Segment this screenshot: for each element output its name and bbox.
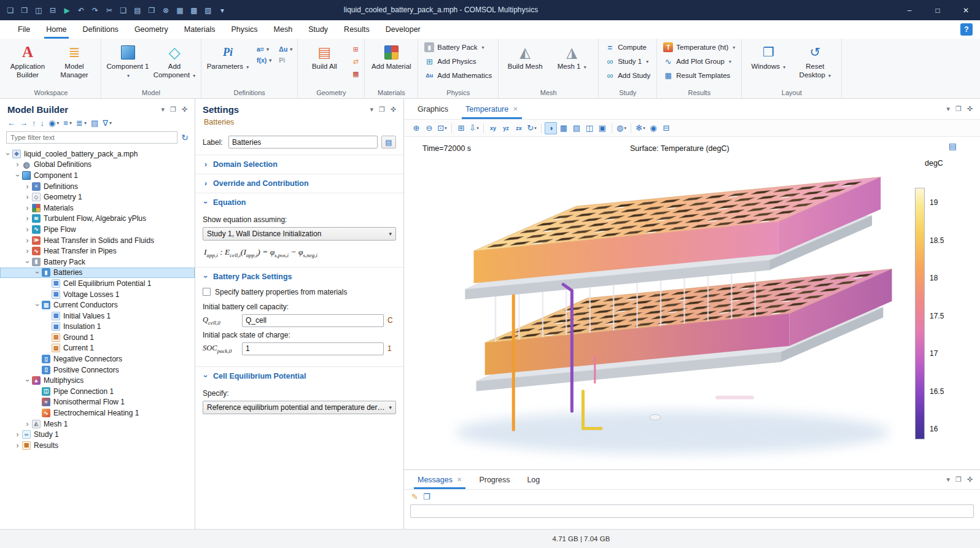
compact-history-icon[interactable]: ⊟ xyxy=(46,2,60,18)
rename-icon[interactable]: ▤ xyxy=(381,136,396,149)
section-domain-selection[interactable]: › Domain Selection xyxy=(195,155,403,174)
undo-icon[interactable]: ↶ xyxy=(74,2,88,18)
rotate-view-icon[interactable]: ↻▾ xyxy=(526,122,538,134)
component-1-button[interactable]: Component 1 ▾ xyxy=(105,41,150,80)
node-text-icon[interactable]: ≡▾ xyxy=(62,118,73,128)
copy-text-icon[interactable]: ❐ xyxy=(423,492,430,501)
snapshot-icon[interactable]: ◉ xyxy=(647,122,659,134)
tree-item-cell-equilibrium-potential-1[interactable]: ▤Cell Equilibrium Potential 1 xyxy=(0,278,195,289)
label-input[interactable] xyxy=(228,136,378,149)
application-builder-button[interactable]: A Application Builder xyxy=(5,41,50,80)
menu-materials[interactable]: Materials xyxy=(176,20,224,39)
import-icon[interactable]: ⇄ xyxy=(351,56,360,66)
add-component-button[interactable]: ◇ Add Component ▾ xyxy=(152,41,197,80)
panel-float-icon[interactable]: ❐ xyxy=(955,105,962,113)
show-grid-icon[interactable]: ▤ xyxy=(570,122,583,134)
tree-item-materials[interactable]: ›Materials xyxy=(0,203,195,214)
tree-item-heat-transfer-in-pipes[interactable]: ›∿Heat Transfer in Pipes xyxy=(0,245,195,257)
tree-item-initial-values-1[interactable]: ▤Initial Values 1 xyxy=(0,311,195,322)
build-all-button[interactable]: ▤ Build All xyxy=(301,41,347,71)
save-icon[interactable]: ◫ xyxy=(32,2,45,18)
tree-item-current-1[interactable]: ▤Current 1 xyxy=(0,343,195,354)
result-templates-button[interactable]: ▦Result Templates xyxy=(661,69,733,82)
lock-view-icon[interactable]: ▣ xyxy=(596,122,609,134)
customize-toolbar-icon[interactable]: ▾ xyxy=(216,2,229,18)
transparency-icon[interactable]: ◍▾ xyxy=(615,122,628,134)
show-icon[interactable]: ◉▾ xyxy=(47,118,60,128)
view-zx-icon[interactable]: zx xyxy=(513,122,525,134)
battery-pack-3d-view[interactable] xyxy=(411,152,903,465)
menu-results[interactable]: Results xyxy=(336,20,378,39)
panel-pin-icon[interactable]: ✜ xyxy=(182,106,187,114)
expander-icon[interactable]: › xyxy=(14,160,21,169)
paste-icon[interactable]: ▤ xyxy=(131,2,144,18)
panel-menu-icon[interactable]: ▾ xyxy=(946,105,950,113)
section-override-contribution[interactable]: › Override and Contribution xyxy=(195,174,403,193)
battery-pack-button[interactable]: ▮Battery Pack▾ xyxy=(422,41,486,53)
expander-icon[interactable]: › xyxy=(14,171,22,179)
minimize-button[interactable]: – xyxy=(895,0,924,20)
panel-float-icon[interactable]: ❐ xyxy=(955,476,962,484)
equation-study-combo[interactable]: Study 1, Wall Distance Initialization ▾ xyxy=(203,227,396,241)
run-icon[interactable]: ▶ xyxy=(60,2,74,18)
split-view-icon[interactable]: ◫ xyxy=(583,122,596,134)
messages-input[interactable] xyxy=(410,504,974,518)
panel-pin-icon[interactable]: ✜ xyxy=(391,106,396,114)
tree-item-definitions[interactable]: ›≡Definitions xyxy=(0,181,195,192)
tree-item-heat-transfer-in-solids-and-fluids[interactable]: ›≫Heat Transfer in Solids and Fluids xyxy=(0,235,195,246)
messages-tab-log[interactable]: Log xyxy=(521,470,546,489)
capacity-input[interactable] xyxy=(242,314,384,327)
messages-tab-progress[interactable]: Progress xyxy=(473,470,516,489)
tree-item-liquid-cooled-battery-pack-a-mph[interactable]: ›◆liquid_cooled_battery_pack_a.mph xyxy=(0,149,195,160)
soc-input[interactable] xyxy=(242,342,384,355)
tree-item-insulation-1[interactable]: ▤Insulation 1 xyxy=(0,322,195,333)
expander-icon[interactable]: › xyxy=(23,247,31,255)
menu-file[interactable]: File xyxy=(10,20,38,39)
model-manager-button[interactable]: ≣ Model Manager xyxy=(52,41,97,80)
menu-home[interactable]: Home xyxy=(38,20,74,39)
tree-item-pipe-flow[interactable]: ›∿Pipe Flow xyxy=(0,224,195,235)
parameters-button[interactable]: Pi Parameters ▾ xyxy=(205,41,251,71)
expander-icon[interactable]: › xyxy=(4,150,12,158)
menu-mesh[interactable]: Mesh xyxy=(266,20,301,39)
section-cell-equilibrium-potential[interactable]: › Cell Equilibrium Potential xyxy=(195,367,403,385)
section-battery-pack-settings[interactable]: › Battery Pack Settings xyxy=(195,268,403,286)
panel-float-icon[interactable]: ❐ xyxy=(379,106,385,114)
duplicate-icon[interactable]: ❐ xyxy=(145,2,158,18)
study-1-button[interactable]: ∞Study 1▾ xyxy=(602,55,651,68)
plot-icon[interactable]: ▧ xyxy=(201,2,215,18)
checkbox-unchecked-icon[interactable] xyxy=(203,288,211,296)
panel-float-icon[interactable]: ❐ xyxy=(170,106,176,114)
add-study-button[interactable]: ∞Add Study xyxy=(602,69,653,82)
panel-menu-icon[interactable]: ▾ xyxy=(161,106,165,114)
expander-icon[interactable]: › xyxy=(23,204,31,212)
go-to-view-icon[interactable]: ⇩▾ xyxy=(468,122,480,134)
move-down-icon[interactable]: ↓ xyxy=(39,118,46,128)
tree-item-negative-connectors[interactable]: ▯Negative Connectors xyxy=(0,353,195,365)
temperature-plot-button[interactable]: TTemperature (ht)▾ xyxy=(661,41,737,53)
menu-definitions[interactable]: Definitions xyxy=(75,20,126,39)
view-xy-icon[interactable]: xy xyxy=(487,122,499,134)
cut-icon[interactable]: ✂ xyxy=(103,2,116,18)
redo-icon[interactable]: ↷ xyxy=(88,2,102,18)
panel-menu-icon[interactable]: ▾ xyxy=(946,476,950,484)
menu-physics[interactable]: Physics xyxy=(223,20,265,39)
messages-tab-messages[interactable]: Messages✕ xyxy=(411,470,468,489)
close-tab-icon[interactable]: ✕ xyxy=(457,476,462,483)
tree-item-component-1[interactable]: ›Component 1 xyxy=(0,170,195,181)
plot-settings-icon[interactable]: ▤ xyxy=(949,141,957,151)
add-plot-group-button[interactable]: ∿Add Plot Group▾ xyxy=(661,55,734,68)
tree-item-ground-1[interactable]: ▤Ground 1 xyxy=(0,332,195,343)
tree-item-study-1[interactable]: ›∞Study 1 xyxy=(0,429,195,440)
environment-reflections-icon[interactable]: ▦ xyxy=(558,122,570,134)
tree-item-mesh-1[interactable]: ›◭Mesh 1 xyxy=(0,419,195,430)
graphics-tab-temperature[interactable]: Temperature✕ xyxy=(459,99,524,119)
zoom-extents-icon[interactable]: ⊞ xyxy=(455,122,467,134)
panel-pin-icon[interactable]: ✜ xyxy=(967,105,973,113)
expander-icon[interactable]: › xyxy=(33,269,42,277)
menu-study[interactable]: Study xyxy=(300,20,336,39)
menu-developer[interactable]: Developer xyxy=(378,20,429,39)
expander-icon[interactable]: › xyxy=(23,236,31,245)
expander-icon[interactable]: › xyxy=(23,258,32,266)
add-material-button[interactable]: Add Material xyxy=(368,41,414,71)
